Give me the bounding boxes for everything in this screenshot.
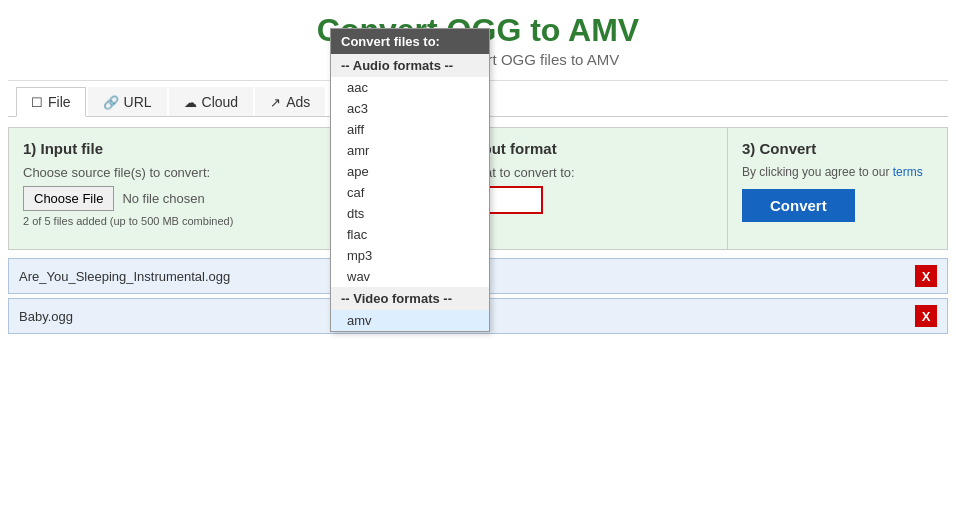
- format-aac[interactable]: aac: [331, 77, 489, 98]
- video-formats-group-label: -- Video formats --: [331, 287, 489, 310]
- terms-link[interactable]: terms: [893, 165, 923, 179]
- input-section-title: 1) Input file: [23, 140, 354, 157]
- choose-file-row: Choose File No file chosen: [23, 186, 354, 211]
- input-section-label: Choose source file(s) to convert:: [23, 165, 354, 180]
- terms-label: By clicking you agree to our: [742, 165, 889, 179]
- tab-ads[interactable]: ↗ Ads: [255, 87, 325, 116]
- remove-file-1-button[interactable]: X: [915, 265, 937, 287]
- format-aiff[interactable]: aiff: [331, 119, 489, 140]
- format-amr[interactable]: amr: [331, 140, 489, 161]
- format-mp3[interactable]: mp3: [331, 245, 489, 266]
- input-section: 1) Input file Choose source file(s) to c…: [9, 128, 368, 249]
- tab-file-label: File: [48, 94, 71, 110]
- files-count-text: 2 of 5 files added (up to 500 MB combine…: [23, 215, 233, 227]
- file-tab-icon: ☐: [31, 95, 43, 110]
- ads-tab-icon: ↗: [270, 95, 281, 110]
- format-dts[interactable]: dts: [331, 203, 489, 224]
- convert-button[interactable]: Convert: [742, 189, 855, 222]
- tab-ads-label: Ads: [286, 94, 310, 110]
- format-wav[interactable]: wav: [331, 266, 489, 287]
- format-ac3[interactable]: ac3: [331, 98, 489, 119]
- convert-section-title: 3) Convert: [742, 140, 933, 157]
- format-dropdown-overlay: Convert files to: -- Audio formats -- aa…: [330, 28, 490, 332]
- format-ape[interactable]: ape: [331, 161, 489, 182]
- tab-url-label: URL: [124, 94, 152, 110]
- url-tab-icon: 🔗: [103, 95, 119, 110]
- format-amv[interactable]: amv: [331, 310, 489, 331]
- dropdown-header: Convert files to:: [331, 29, 489, 54]
- tab-file[interactable]: ☐ File: [16, 87, 86, 117]
- format-flac[interactable]: flac: [331, 224, 489, 245]
- audio-formats-group-label: -- Audio formats --: [331, 54, 489, 77]
- format-caf[interactable]: caf: [331, 182, 489, 203]
- tab-url[interactable]: 🔗 URL: [88, 87, 167, 116]
- files-info: 2 of 5 files added (up to 500 MB combine…: [23, 215, 354, 227]
- convert-section: 3) Convert By clicking you agree to our …: [727, 128, 947, 249]
- tab-cloud[interactable]: ☁ Cloud: [169, 87, 254, 116]
- choose-file-button[interactable]: Choose File: [23, 186, 114, 211]
- tab-cloud-label: Cloud: [202, 94, 239, 110]
- remove-file-2-button[interactable]: X: [915, 305, 937, 327]
- cloud-tab-icon: ☁: [184, 95, 197, 110]
- terms-text: By clicking you agree to our terms: [742, 165, 933, 179]
- no-file-text: No file chosen: [122, 191, 204, 206]
